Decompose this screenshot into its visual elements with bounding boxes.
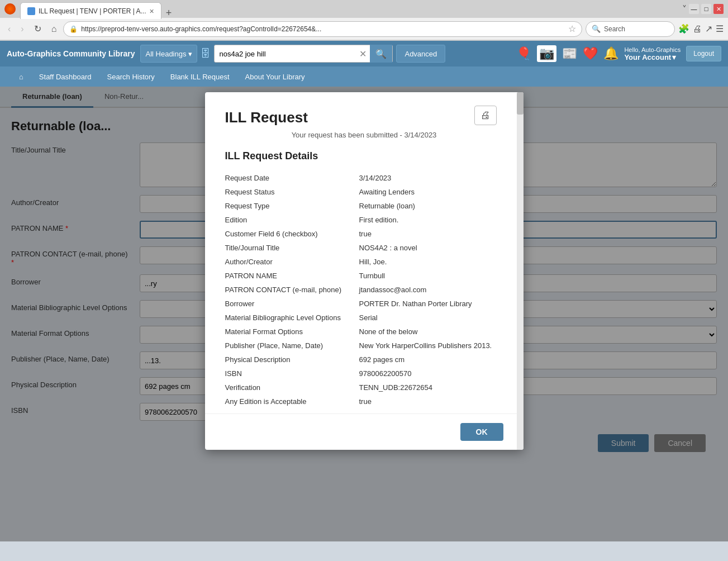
nav-item-staff-dashboard[interactable]: Staff Dashboard xyxy=(31,66,99,87)
maximize-button[interactable]: □ xyxy=(701,4,711,14)
detail-label: Author/Creator xyxy=(225,255,359,269)
detail-label: Any Edition is Acceptable xyxy=(225,394,359,408)
detail-row: EditionFirst edition. xyxy=(225,213,503,227)
window-controls: ˅ — □ ✕ xyxy=(682,4,724,15)
detail-label: Customer Field 6 (checkbox) xyxy=(225,227,359,241)
search-clear-button[interactable]: ✕ xyxy=(356,49,370,59)
address-bar[interactable]: 🔒 https://preprod-tenv-verso.auto-graphi… xyxy=(63,21,582,37)
detail-label: Title/Journal Title xyxy=(225,241,359,255)
detail-label: Publisher (Place, Name, Date) xyxy=(225,339,359,353)
modal-footer: OK xyxy=(205,413,524,450)
detail-row: PATRON CONTACT (e-mail, phone)jtandassoc… xyxy=(225,283,503,297)
detail-label: Borrower xyxy=(225,297,359,311)
heading-select-label: All Headings xyxy=(145,50,186,58)
logout-button[interactable]: Logout xyxy=(686,46,721,61)
refresh-button[interactable]: ↻ xyxy=(31,22,45,35)
new-tab-button[interactable]: + xyxy=(161,7,177,19)
browser-search-text: Search xyxy=(604,25,625,33)
lock-icon: 🔒 xyxy=(69,25,78,33)
detail-label: Physical Description xyxy=(225,353,359,367)
browser-search-box[interactable]: 🔍 Search xyxy=(586,21,675,37)
heading-select[interactable]: All Headings ▾ xyxy=(140,45,197,63)
detail-value: First edition. xyxy=(359,213,503,227)
balloon-icon[interactable]: 🎈 xyxy=(516,46,531,61)
nav-item-blank-ill-request[interactable]: Blank ILL Request xyxy=(163,66,237,87)
detail-label: Request Type xyxy=(225,199,359,213)
detail-value: true xyxy=(359,227,503,241)
extensions-button[interactable]: 🧩 xyxy=(678,23,689,34)
detail-row: Publisher (Place, Name, Date)New York Ha… xyxy=(225,339,503,353)
modal-scrollbar-thumb[interactable] xyxy=(517,92,524,115)
detail-row: Request StatusAwaiting Lenders xyxy=(225,185,503,199)
forward-button[interactable]: › xyxy=(17,23,27,35)
detail-value: Returnable (loan) xyxy=(359,199,503,213)
heart-icon[interactable]: ❤️ xyxy=(583,46,598,61)
detail-value: Serial xyxy=(359,311,503,325)
detail-value: New York HarperCollins Publishers 2013. xyxy=(359,339,503,353)
modal-print-button[interactable]: 🖨 xyxy=(474,106,497,125)
news-icon[interactable]: 📰 xyxy=(562,46,577,61)
search-input[interactable] xyxy=(215,50,356,58)
modal-overlay: ILL Request Your request has been submit… xyxy=(0,87,728,541)
hello-text: Hello, Auto-Graphics xyxy=(624,46,681,53)
address-text: https://preprod-tenv-verso.auto-graphics… xyxy=(81,25,565,33)
detail-row: Title/Journal TitleNOS4A2 : a novel xyxy=(225,241,503,255)
nav-item-about-library[interactable]: About Your Library xyxy=(237,66,313,87)
account-name[interactable]: Your Account ▾ xyxy=(624,53,681,61)
modal-scrollbar-track[interactable] xyxy=(517,92,524,450)
app-nav: ⌂ Staff Dashboard Search History Blank I… xyxy=(0,66,728,87)
detail-value: 3/14/2023 xyxy=(359,171,503,185)
tab-title: ILL Request | TENV | PORTER | A... xyxy=(39,7,146,15)
search-input-bar[interactable]: ✕ 🔍 xyxy=(214,45,393,63)
detail-row: ISBN9780062200570 xyxy=(225,367,503,381)
home-nav-button[interactable]: ⌂ xyxy=(48,23,60,35)
detail-value: PORTER Dr. Nathan Porter Library xyxy=(359,297,503,311)
bell-icon[interactable]: 🔔 xyxy=(603,46,618,61)
detail-row: Request TypeReturnable (loan) xyxy=(225,199,503,213)
modal-ok-button[interactable]: OK xyxy=(460,423,503,441)
minimize-button[interactable]: — xyxy=(689,4,699,14)
tab-close-button[interactable]: × xyxy=(150,7,154,16)
detail-label: ISBN xyxy=(225,367,359,381)
menu-button[interactable]: ☰ xyxy=(716,23,724,34)
detail-row: PATRON NAMETurnbull xyxy=(225,269,503,283)
back-button[interactable]: ‹ xyxy=(4,23,14,35)
database-icon: 🗄 xyxy=(201,48,211,60)
heading-dropdown-icon: ▾ xyxy=(188,50,192,58)
active-tab[interactable]: ILL Request | TENV | PORTER | A... × xyxy=(20,2,161,19)
search-go-button[interactable]: 🔍 xyxy=(370,45,392,63)
detail-value: jtandassoc@aol.com xyxy=(359,283,503,297)
print-button[interactable]: 🖨 xyxy=(693,24,702,34)
detail-row: Material Bibliographic Level OptionsSeri… xyxy=(225,311,503,325)
bookmark-star-button[interactable]: ☆ xyxy=(568,23,576,34)
modal-section-title: ILL Request Details xyxy=(225,150,503,162)
title-bar: ILL Request | TENV | PORTER | A... × + ˅… xyxy=(0,0,728,18)
print-icon: 🖨 xyxy=(480,110,491,121)
close-button[interactable]: ✕ xyxy=(713,4,724,14)
app-header: Auto-Graphics Community Library All Head… xyxy=(0,41,728,66)
nav-item-search-history[interactable]: Search History xyxy=(99,66,163,87)
search-area: All Headings ▾ 🗄 ✕ 🔍 Advanced xyxy=(140,45,511,63)
detail-row: Material Format OptionsNone of the below xyxy=(225,325,503,339)
detail-value: Awaiting Lenders xyxy=(359,185,503,199)
detail-value: Turnbull xyxy=(359,269,503,283)
catalog-icon[interactable]: 📷 xyxy=(537,45,556,62)
advanced-button[interactable]: Advanced xyxy=(396,45,445,63)
tab-list-button[interactable]: ˅ xyxy=(682,4,687,15)
detail-label: Edition xyxy=(225,213,359,227)
nav-bar: ‹ › ↻ ⌂ 🔒 https://preprod-tenv-verso.aut… xyxy=(0,18,728,40)
toolbar-icons: 🧩 🖨 ↗ ☰ xyxy=(678,23,724,34)
search-icon: 🔍 xyxy=(592,25,601,33)
account-area[interactable]: Hello, Auto-Graphics Your Account ▾ xyxy=(624,46,681,61)
account-label: Your Account xyxy=(624,53,671,61)
detail-label: Request Date xyxy=(225,171,359,185)
share-button[interactable]: ↗ xyxy=(705,23,712,34)
detail-table: Request Date3/14/2023Request StatusAwait… xyxy=(225,171,503,408)
nav-item-home[interactable]: ⌂ xyxy=(11,66,31,87)
detail-row: Customer Field 6 (checkbox)true xyxy=(225,227,503,241)
main-content: Returnable (loan) Non-Retur... Returnabl… xyxy=(0,87,728,541)
detail-label: Request Status xyxy=(225,185,359,199)
detail-row: Any Edition is Acceptabletrue xyxy=(225,394,503,408)
detail-value: 692 pages cm xyxy=(359,353,503,367)
detail-label: Material Format Options xyxy=(225,325,359,339)
